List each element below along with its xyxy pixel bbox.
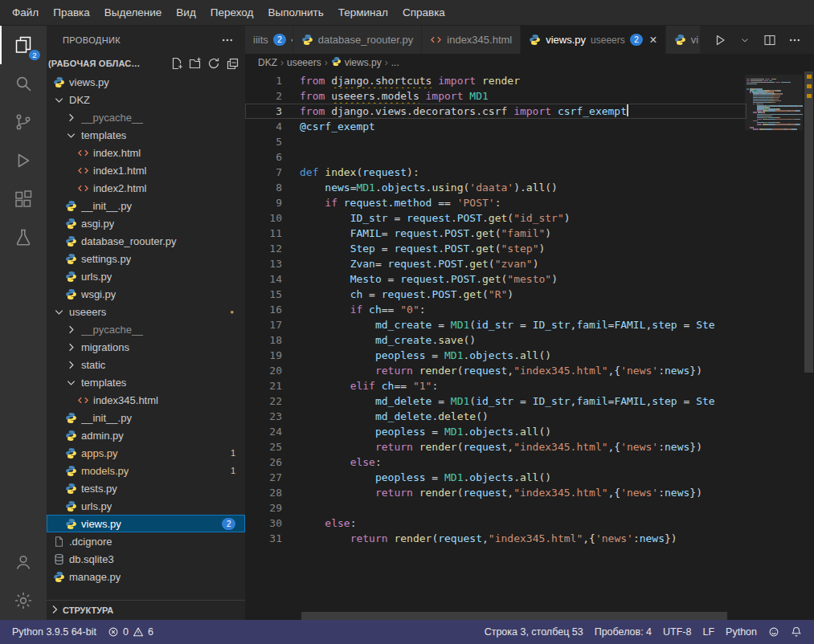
tree-item-pycache[interactable]: __pycache__ (47, 320, 245, 338)
tree-item-static[interactable]: static (47, 356, 245, 373)
line-number[interactable]: 26 (245, 454, 282, 470)
tree-item-urls-py[interactable]: urls.py (47, 267, 245, 285)
code-line-25[interactable]: 25 return render(request,"index345.html"… (245, 439, 747, 454)
activity-accounts[interactable] (0, 543, 47, 581)
code-line-29[interactable]: 29 (245, 500, 747, 516)
workspace-section-header[interactable]: (РАБОЧАЯ ОБЛАСТЬ) ... (47, 54, 245, 73)
code-line-7[interactable]: 7def index(request): (245, 165, 747, 180)
breadcrumb-item-views-py[interactable]: views.py (331, 56, 382, 69)
tree-item-views-py[interactable]: views.py (47, 73, 245, 91)
line-number[interactable]: 19 (245, 348, 282, 363)
activity-extensions[interactable] (0, 180, 47, 218)
line-number[interactable]: 31 (245, 531, 282, 546)
line-number[interactable]: 11 (245, 226, 282, 241)
code-line-8[interactable]: 8 news=MD1.objects.using('daata').all() (245, 180, 747, 195)
close-icon[interactable]: × (649, 34, 657, 47)
menu-item-выполнить[interactable]: Выполнить (260, 3, 330, 22)
status-indentation[interactable]: Пробелов: 4 (589, 620, 657, 644)
line-number[interactable]: 13 (245, 256, 282, 271)
horizontal-scrollbar[interactable] (245, 612, 747, 620)
more-actions-button[interactable] (787, 32, 803, 48)
code-line-4[interactable]: 4@csrf_exempt (245, 119, 747, 134)
breadcrumb-item-[interactable]: ... (391, 57, 399, 68)
split-editor-button[interactable] (762, 32, 778, 48)
run-dropdown-button[interactable] (737, 32, 753, 48)
vertical-scrollbar[interactable] (804, 71, 814, 620)
activity-testing[interactable] (0, 218, 47, 257)
tree-item-index1-html[interactable]: index1.html (47, 161, 245, 179)
new-folder-button[interactable] (187, 55, 203, 71)
structure-section-header[interactable]: СТРУКТУРА (47, 600, 245, 620)
breadcrumb-item-useeers[interactable]: useeers (287, 57, 321, 68)
new-file-button[interactable] (169, 55, 185, 71)
code-line-5[interactable]: 5 (245, 134, 747, 149)
tree-item-pycache[interactable]: __pycache__ (47, 108, 245, 126)
line-number[interactable]: 14 (245, 271, 282, 287)
tree-item-init-py[interactable]: __init__.py (47, 197, 245, 214)
tab-index345-html[interactable]: index345.html (422, 26, 521, 54)
code-line-22[interactable]: 22 md_delete = MD1(id_str = ID_str,famil… (245, 393, 747, 409)
activity-settings[interactable] (0, 581, 47, 620)
tree-item-settings-py[interactable]: settings.py (47, 250, 245, 267)
tree-item-index345-html[interactable]: index345.html (47, 391, 245, 409)
line-number[interactable]: 9 (245, 195, 282, 210)
code-line-3[interactable]: 3from django.views.decorators.csrf impor… (245, 104, 747, 119)
code-line-31[interactable]: 31 return render(request,"index345.html"… (245, 531, 747, 546)
line-number[interactable]: 10 (245, 210, 282, 226)
status-cursor-position[interactable]: Строка 3, столбец 53 (479, 620, 589, 644)
code-line-27[interactable]: 27 peopless = MD1.objects.all() (245, 470, 747, 485)
tree-item-migrations[interactable]: migrations (47, 338, 245, 356)
line-number[interactable]: 30 (245, 516, 282, 531)
line-number[interactable]: 20 (245, 363, 282, 378)
tab-vi[interactable]: vi (666, 26, 701, 54)
tree-item-wsgi-py[interactable]: wsgi.py (47, 285, 245, 303)
breadcrumb-item-dkz[interactable]: DKZ (258, 57, 277, 68)
line-number[interactable]: 21 (245, 378, 282, 393)
code-line-19[interactable]: 19 peopless = MD1.objects.all() (245, 348, 747, 363)
minimap[interactable] (745, 75, 803, 130)
tree-item-dcignore[interactable]: .dcignore (47, 532, 245, 550)
line-number[interactable]: 28 (245, 485, 282, 500)
code-line-14[interactable]: 14 Mesto = request.POST.get("mesto") (245, 271, 747, 287)
line-number[interactable]: 18 (245, 332, 282, 348)
line-number[interactable]: 2 (245, 88, 282, 104)
line-number[interactable]: 15 (245, 287, 282, 302)
code-editor[interactable]: 1from django.shortcuts import render2fro… (245, 73, 747, 546)
activity-search[interactable] (0, 64, 47, 103)
menu-item-терминал[interactable]: Терминал (331, 3, 395, 22)
tree-item-templates[interactable]: templates (47, 373, 245, 391)
line-number[interactable]: 3 (245, 104, 282, 119)
tab-database-roouter-py[interactable]: database_roouter.py (293, 26, 423, 54)
tree-item-admin-py[interactable]: admin.py (47, 426, 245, 444)
code-line-12[interactable]: 12 Step = request.POST.get("step") (245, 241, 747, 256)
code-line-26[interactable]: 26 else: (245, 454, 747, 470)
line-number[interactable]: 16 (245, 302, 282, 317)
menu-item-вид[interactable]: Вид (169, 3, 202, 22)
explorer-more-actions-button[interactable] (219, 32, 235, 48)
menu-item-выделение[interactable]: Выделение (97, 3, 170, 22)
line-number[interactable]: 5 (245, 134, 282, 149)
line-number[interactable]: 7 (245, 165, 282, 180)
tree-item-manage-py[interactable]: manage.py (47, 568, 245, 585)
tree-item-dkz[interactable]: DKZ (47, 91, 245, 108)
tree-item-models-py[interactable]: models.py1 (47, 462, 245, 479)
run-button[interactable] (712, 32, 728, 48)
refresh-explorer-button[interactable] (206, 55, 222, 71)
tree-item-init-py[interactable]: __init__.py (47, 409, 245, 426)
status-eol[interactable]: LF (697, 620, 720, 644)
code-line-24[interactable]: 24 peopless = MD1.objects.all() (245, 424, 747, 439)
code-line-17[interactable]: 17 md_create = MD1(id_str = ID_str,famil… (245, 317, 747, 332)
tree-item-index-html[interactable]: index.html (47, 144, 245, 161)
menu-item-переход[interactable]: Переход (203, 3, 261, 22)
activity-explorer[interactable]: 2 (0, 26, 47, 64)
code-line-11[interactable]: 11 FAMIL= request.POST.get("famil") (245, 226, 747, 241)
tab-views-py[interactable]: views.pyuseeers2× (521, 26, 665, 54)
line-number[interactable]: 25 (245, 439, 282, 454)
code-line-13[interactable]: 13 Zvan= request.POST.get("zvan") (245, 256, 747, 271)
code-line-15[interactable]: 15 ch = request.POST.get("R") (245, 287, 747, 302)
line-number[interactable]: 8 (245, 180, 282, 195)
tree-item-tests-py[interactable]: tests.py (47, 479, 245, 497)
code-line-9[interactable]: 9 if request.method == 'POST': (245, 195, 747, 210)
line-number[interactable]: 29 (245, 500, 282, 516)
code-line-18[interactable]: 18 md_create.save() (245, 332, 747, 348)
